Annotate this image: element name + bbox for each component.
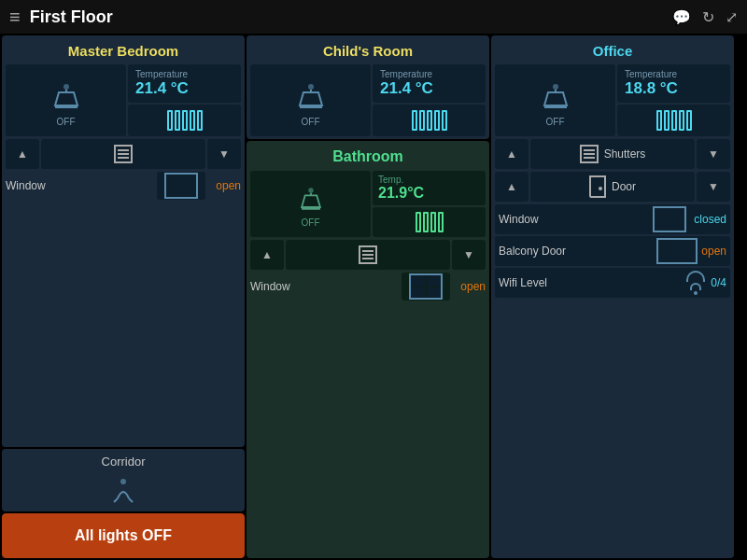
master-shutter-icon — [114, 145, 133, 163]
bath-lamp-icon — [294, 182, 328, 216]
bath-temp-cell: Temp. 21.9°C — [373, 171, 486, 205]
menu-icon[interactable]: ≡ — [9, 7, 21, 28]
master-bedroom-title: Master Bedroom — [2, 35, 245, 64]
office-shutters-up-btn[interactable] — [495, 139, 529, 169]
office-door-row: Door — [491, 172, 734, 204]
childs-temp-label: Temperature — [380, 69, 432, 79]
header-left: ≡ First Floor — [9, 7, 113, 28]
office-window-icon — [649, 207, 690, 231]
master-temp-label: Temperature — [135, 69, 188, 79]
office-door-icon — [589, 175, 606, 198]
bath-shutter-down-btn[interactable] — [452, 240, 486, 270]
office-door-down-btn[interactable] — [697, 172, 730, 202]
bath-radiator-icon — [416, 212, 444, 232]
bath-window-status: open — [452, 280, 486, 293]
office-wifi-value: 0/4 — [711, 276, 726, 289]
office-shutters-label: Shutters — [604, 147, 646, 161]
all-lights-off-button[interactable]: All lights OFF — [2, 513, 245, 558]
childs-lamp-icon — [292, 77, 330, 115]
master-shutter-up-btn[interactable] — [6, 139, 39, 169]
svg-marker-9 — [300, 92, 322, 105]
office-window-label: Window — [499, 213, 649, 226]
svg-marker-17 — [544, 92, 567, 105]
office-window-grid-icon — [653, 206, 686, 232]
office-door-up-btn[interactable] — [495, 172, 529, 202]
bath-light-status: OFF — [302, 217, 320, 228]
wifi-icon — [686, 271, 705, 295]
bath-shutter-row — [247, 240, 489, 273]
childs-temp-col: Temperature 21.4 °C — [373, 64, 486, 136]
office-light-cell: OFF — [495, 64, 615, 136]
office-shutters-row: Shutters — [491, 139, 734, 172]
master-light-status: OFF — [57, 117, 76, 127]
office-wifi-label: Wifi Level — [499, 276, 686, 289]
office-door-label: Door — [612, 180, 636, 193]
svg-point-4 — [120, 479, 126, 484]
bathroom-title: Bathroom — [247, 141, 489, 171]
bath-temp-value: 21.9°C — [378, 185, 424, 202]
master-light-cell: OFF — [6, 64, 126, 136]
chat-icon[interactable]: 💬 — [672, 8, 691, 26]
childs-temp-value: 21.4 °C — [380, 79, 433, 98]
master-bedroom-top: OFF Temperature 21.4 °C — [2, 64, 245, 139]
col1: Master Bedroom OFF Temperature 21.4 °C — [2, 35, 245, 558]
office-radiator-cell — [617, 105, 730, 136]
office-balcony-icon — [656, 239, 698, 263]
office-temp-label: Temperature — [625, 69, 677, 79]
app-header: ≡ First Floor 💬 ↻ ⤢ — [0, 0, 747, 34]
bath-window-label: Window — [250, 280, 400, 293]
office-shutters-middle: Shutters — [530, 139, 695, 169]
master-window-row: Window open — [2, 172, 245, 203]
refresh-icon[interactable]: ↻ — [702, 8, 714, 26]
office-temp-value: 18.8 °C — [625, 79, 678, 98]
office-shutters-down-btn[interactable] — [697, 139, 730, 169]
office-window-row: Window closed — [495, 204, 730, 234]
bath-light-cell: OFF — [250, 171, 371, 237]
bath-temp-col: Temp. 21.9°C — [373, 171, 486, 237]
childs-temp-cell: Temperature 21.4 °C — [373, 64, 486, 103]
window-grid-icon — [164, 173, 198, 199]
master-window-label: Window — [6, 179, 155, 192]
bath-shutter-middle — [286, 240, 450, 270]
col2: Child's Room OFF Temperature 21.4 °C — [247, 35, 489, 558]
office-door-middle: Door — [530, 172, 695, 202]
office-wifi-row: Wifi Level 0/4 — [495, 268, 730, 298]
bathroom-panel: Bathroom OFF Temp. 21.9°C — [247, 141, 489, 558]
lamp-icon — [48, 77, 85, 115]
childs-radiator-cell — [373, 105, 486, 136]
header-icons: 💬 ↻ ⤢ — [672, 8, 738, 26]
svg-marker-13 — [302, 195, 320, 207]
master-shutter-down-btn[interactable] — [207, 139, 241, 169]
office-top: OFF Temperature 18.8 °C — [491, 64, 734, 139]
office-light-status: OFF — [546, 117, 565, 127]
bath-temp-label: Temp. — [378, 175, 403, 185]
office-radiator-icon — [656, 110, 692, 131]
childs-room-title: Child's Room — [247, 35, 489, 64]
childs-radiator-icon — [412, 110, 447, 131]
master-temp-cell: Temperature 21.4 °C — [128, 64, 241, 103]
wifi-outer-arc — [686, 271, 705, 282]
svg-point-11 — [308, 188, 313, 192]
master-window-icon — [157, 172, 205, 200]
office-balcony-label: Balcony Door — [499, 245, 656, 258]
svg-marker-2 — [55, 92, 78, 105]
office-window-status: closed — [694, 213, 726, 226]
corridor-icon — [105, 472, 142, 506]
svg-point-15 — [553, 84, 558, 90]
master-shutter-row — [2, 139, 245, 172]
master-bedroom-panel: Master Bedroom OFF Temperature 21.4 °C — [2, 35, 245, 447]
office-balcony-row: Balcony Door open — [495, 236, 730, 266]
master-temp-value: 21.4 °C — [135, 79, 189, 98]
expand-icon[interactable]: ⤢ — [726, 8, 738, 26]
office-title: Office — [491, 35, 734, 64]
wifi-inner-arc — [690, 283, 701, 290]
svg-line-6 — [129, 498, 133, 502]
bath-shutter-up-btn[interactable] — [250, 240, 284, 270]
all-lights-container: All lights OFF — [2, 513, 245, 558]
childs-room-panel: Child's Room OFF Temperature 21.4 °C — [247, 35, 489, 139]
page-title: First Floor — [30, 7, 113, 27]
bath-radiator-cell — [373, 207, 486, 237]
master-radiator-cell — [128, 105, 241, 136]
svg-point-0 — [63, 84, 69, 90]
wifi-dot — [694, 291, 698, 295]
